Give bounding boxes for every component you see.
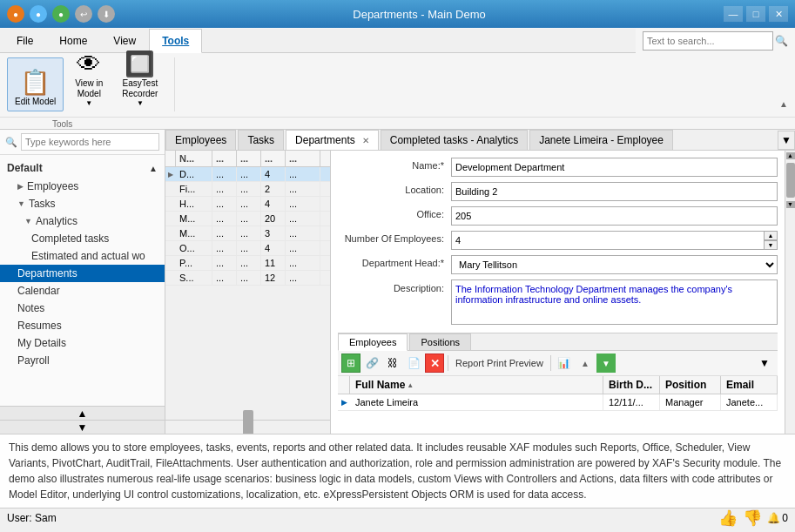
tab-employees[interactable]: Employees: [165, 130, 236, 150]
tab-tasks[interactable]: Tasks: [238, 130, 284, 150]
link-button[interactable]: 🔗: [362, 354, 381, 373]
detail-scrollbar[interactable]: ▲ ▼: [785, 151, 795, 434]
nav-item-calendar[interactable]: Calendar: [0, 282, 165, 300]
easytest-recorder-button[interactable]: 🔲 EasyTestRecorder ▼: [114, 57, 165, 111]
description-textarea[interactable]: The Information Technology Department ma…: [451, 279, 778, 325]
nav-item-notes-label: Notes: [17, 302, 44, 314]
grid-row[interactable]: S... ... ... 12 ...: [165, 271, 330, 286]
bottom-col-position[interactable]: Position: [660, 376, 721, 394]
bottom-col-birth-date[interactable]: Birth D...: [603, 376, 660, 394]
num-employees-up-btn[interactable]: ▲: [764, 231, 778, 240]
add-record-button[interactable]: ⊞: [341, 354, 360, 373]
bottom-cell-birth-date: 12/11/...: [603, 394, 660, 410]
tab-home[interactable]: Home: [46, 29, 100, 53]
grid-scroll-bar[interactable]: [165, 420, 330, 434]
bottom-col-full-name[interactable]: Full Name ▲: [350, 376, 603, 394]
grid-col-arrow: [165, 151, 176, 166]
app-icon-gray2[interactable]: ⬇: [98, 5, 115, 23]
grid-row[interactable]: O... ... ... 4 ...: [165, 241, 330, 256]
tab-overflow-dropdown[interactable]: ▼: [778, 131, 795, 150]
nav-search-box: 🔍: [0, 130, 165, 155]
location-input[interactable]: [451, 182, 778, 201]
grid-col-4[interactable]: ...: [261, 151, 286, 166]
up-arrow-button[interactable]: ▲: [576, 354, 595, 373]
doc-button[interactable]: 📄: [404, 354, 423, 373]
grid-col-3[interactable]: ...: [237, 151, 261, 166]
bottom-tab-positions[interactable]: Positions: [409, 333, 471, 350]
app-icon-orange[interactable]: ●: [7, 5, 24, 23]
tab-file[interactable]: File: [3, 29, 46, 53]
nav-tree: Default ▲ ▶ Employees ▼ Tasks ▼ Analytic…: [0, 155, 165, 406]
form-label-description: Description:: [338, 279, 451, 293]
row-arrow-icon: [165, 197, 176, 211]
report-button[interactable]: 📊: [555, 354, 574, 373]
grid-col-2[interactable]: ...: [212, 151, 237, 166]
nav-item-tasks[interactable]: ▼ Tasks: [0, 195, 165, 212]
nav-sub-item-label: Completed tasks: [31, 232, 109, 245]
nav-item-payroll[interactable]: Payroll: [0, 352, 165, 369]
name-input[interactable]: [451, 158, 778, 177]
nav-group-analytics[interactable]: ▼ Analytics: [0, 212, 165, 230]
nav-item-resumes[interactable]: Resumes: [0, 317, 165, 334]
bottom-cell-position: Manager: [660, 394, 721, 410]
thumb-up-button[interactable]: 👍: [718, 508, 738, 528]
num-employees-down-btn[interactable]: ▼: [764, 240, 778, 250]
app-icon-green[interactable]: ●: [52, 5, 70, 23]
tab-close-icon[interactable]: ✕: [362, 136, 369, 145]
grid-row[interactable]: P... ... ... 11 ...: [165, 256, 330, 271]
grid-cell-3: ...: [237, 226, 261, 240]
ribbon-search-input[interactable]: [643, 31, 773, 51]
toolbar-dropdown-btn[interactable]: ▼: [755, 354, 774, 373]
bottom-tab-employees[interactable]: Employees: [338, 333, 408, 351]
nav-item-my-details[interactable]: My Details: [0, 334, 165, 352]
bottom-tabs: Employees Positions ⊞ 🔗 ⛓ 📄 ✕ Report Pri…: [338, 333, 778, 411]
thumb-down-button[interactable]: 👎: [743, 508, 762, 528]
nav-scroll-down[interactable]: ▼: [0, 420, 165, 434]
app-icon-gray1[interactable]: ↩: [75, 5, 92, 23]
tab-tools[interactable]: Tools: [149, 29, 202, 53]
grid-cell-2: ...: [212, 256, 237, 270]
grid-cell-name: O...: [176, 241, 212, 255]
maximize-button[interactable]: □: [746, 6, 765, 22]
nav-item-employees[interactable]: ▶ Employees: [0, 178, 165, 195]
row-arrow-icon: [165, 256, 176, 270]
nav-sub-item-completed-tasks[interactable]: Completed tasks: [0, 230, 165, 247]
grid-row[interactable]: M... ... ... 20 ...: [165, 212, 330, 226]
grid-cell-4: 4: [261, 167, 286, 181]
grid-cell-5: ...: [286, 271, 320, 285]
dept-head-select[interactable]: Mary Tellitson: [451, 255, 778, 274]
delete-button[interactable]: ✕: [425, 354, 444, 373]
grid-row[interactable]: ▶ D... ... ... 4 ...: [165, 167, 330, 182]
tab-janete-employee[interactable]: Janete Limeira - Employee: [529, 130, 673, 150]
down-green-button[interactable]: ▼: [596, 354, 616, 373]
office-input[interactable]: [451, 206, 778, 226]
nav-item-notes[interactable]: Notes: [0, 300, 165, 317]
nav-search-input[interactable]: [21, 133, 159, 151]
row-arrow-icon: [165, 226, 176, 240]
close-button[interactable]: ✕: [769, 6, 788, 22]
unlink-button[interactable]: ⛓: [383, 354, 402, 373]
tab-completed-analytics[interactable]: Completed tasks - Analytics: [381, 130, 528, 150]
num-employees-input[interactable]: [451, 231, 764, 250]
view-in-model-button[interactable]: 👁 View inModel ▼: [67, 57, 111, 111]
bottom-row[interactable]: ▶ Janete Limeira 12/11/... Manager Janet…: [338, 394, 778, 411]
tab-departments[interactable]: Departments ✕: [286, 130, 379, 151]
minimize-button[interactable]: —: [724, 6, 743, 22]
app-icon-blue[interactable]: ●: [30, 5, 47, 23]
nav-sub-item-estimated[interactable]: Estimated and actual wo: [0, 247, 165, 265]
nav-scroll-up[interactable]: ▲: [0, 406, 165, 420]
grid-row[interactable]: Fi... ... ... 2 ...: [165, 182, 330, 197]
grid-col-name[interactable]: N...: [176, 151, 212, 166]
nav-section-default[interactable]: Default ▲: [0, 158, 165, 178]
grid-row[interactable]: H... ... ... 4 ...: [165, 197, 330, 212]
nav-item-departments[interactable]: Departments: [0, 265, 165, 282]
tab-view[interactable]: View: [100, 29, 149, 53]
nav-section-collapse-icon: ▲: [149, 164, 158, 173]
window-controls: — □ ✕: [724, 6, 788, 22]
ribbon-collapse-btn[interactable]: ▲: [779, 98, 788, 111]
grid-row[interactable]: M... ... ... 3 ...: [165, 226, 330, 241]
row-arrow-icon: ▶: [165, 167, 176, 181]
edit-model-button[interactable]: 📋 Edit Model: [7, 57, 64, 111]
grid-col-5[interactable]: ...: [286, 151, 320, 166]
bottom-col-email[interactable]: Email: [721, 376, 778, 394]
